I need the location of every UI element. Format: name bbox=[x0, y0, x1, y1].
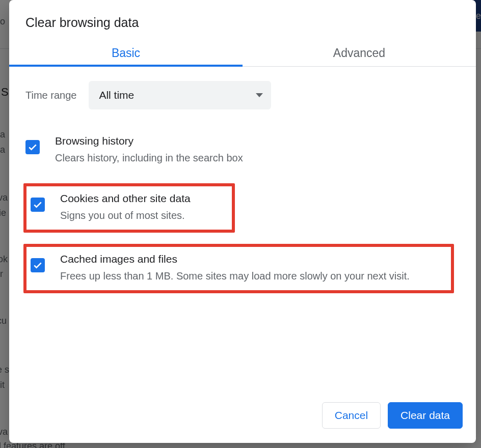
clear-data-button[interactable]: Clear data bbox=[388, 402, 463, 429]
option-title: Cookies and other site data bbox=[60, 192, 228, 205]
option-title: Cached images and files bbox=[60, 253, 447, 265]
dialog-tabs: Basic Advanced bbox=[9, 39, 476, 67]
time-range-select[interactable]: All time bbox=[89, 81, 271, 109]
tab-basic[interactable]: Basic bbox=[9, 39, 243, 66]
dialog-title: Clear browsing data bbox=[9, 0, 476, 39]
option-description: Frees up less than 1 MB. Some sites may … bbox=[60, 268, 447, 284]
option-description: Clears history, including in the search … bbox=[55, 150, 458, 166]
checkbox-cache[interactable] bbox=[31, 258, 45, 272]
checkbox-cookies[interactable] bbox=[31, 198, 45, 212]
tab-advanced[interactable]: Advanced bbox=[243, 39, 476, 66]
check-icon bbox=[33, 200, 43, 210]
option-cache: Cached images and files Frees up less th… bbox=[23, 244, 454, 293]
time-range-row: Time range All time bbox=[23, 81, 460, 109]
option-browsing-history: Browsing history Clears history, includi… bbox=[23, 129, 460, 172]
time-range-label: Time range bbox=[25, 90, 76, 101]
time-range-value: All time bbox=[99, 89, 134, 101]
checkbox-browsing-history[interactable] bbox=[25, 140, 40, 154]
dialog-footer: Cancel Clear data bbox=[9, 402, 476, 443]
option-cookies: Cookies and other site data Signs you ou… bbox=[23, 183, 235, 233]
dialog-body: Time range All time Browsing history Cle… bbox=[9, 67, 476, 402]
check-icon bbox=[33, 260, 43, 270]
option-title: Browsing history bbox=[55, 135, 458, 147]
cancel-button[interactable]: Cancel bbox=[322, 402, 381, 429]
caret-down-icon bbox=[256, 93, 263, 97]
check-icon bbox=[28, 142, 38, 152]
clear-browsing-data-dialog: Clear browsing data Basic Advanced Time … bbox=[9, 0, 476, 443]
option-description: Signs you out of most sites. bbox=[60, 208, 228, 223]
